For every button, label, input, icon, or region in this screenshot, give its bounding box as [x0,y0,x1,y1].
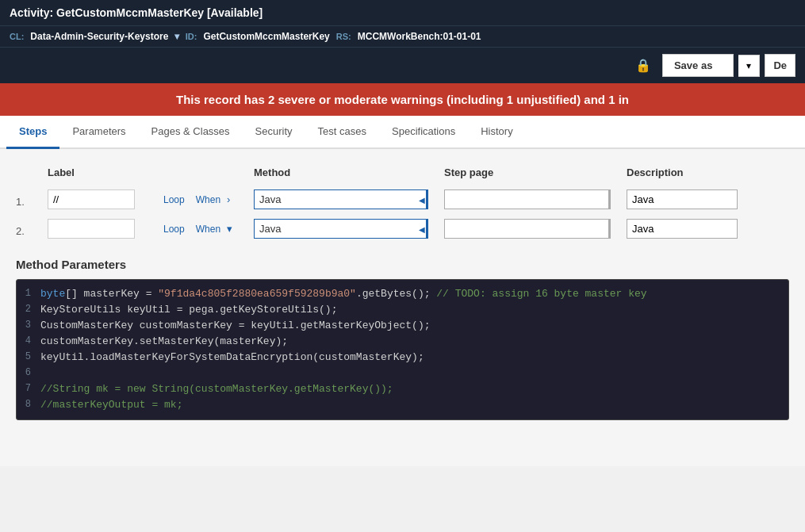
code-line: 4customMasterKey.setMasterKey(masterKey)… [17,334,788,350]
line-number: 6 [17,366,40,378]
code-line: 8//masterKeyOutput = mk; [17,397,788,413]
code-line: 1byte[] masterKey = "9f1da4c805f2880ea65… [17,286,788,302]
rs-value: MCCMWorkBench:01-01-01 [358,31,481,42]
code-line: 5keyUtil.loadMasterKeyForSystemDataEncry… [17,350,788,366]
description-cell-1 [627,189,789,209]
method-select-wrapper-1: Java [254,189,428,209]
method-cell-2: Java [254,219,444,239]
col-description: Description [627,166,789,178]
tab-security[interactable]: Security [243,116,305,149]
code-text: byte[] masterKey = "9f1da4c805f2880ea659… [40,286,647,300]
tab-steps[interactable]: Steps [6,116,59,149]
code-line: 6 [17,366,788,381]
method-params-title: Method Parameters [16,258,789,271]
code-line: 7//String mk = new String(customMasterKe… [17,381,788,397]
step-loop-when-1: Loop When › [159,193,254,205]
line-number: 8 [17,397,40,410]
line-number: 3 [17,318,40,331]
col-loop-when [159,166,254,178]
step-label-cell-1 [48,189,159,209]
description-input-1[interactable] [627,189,738,209]
method-select-2[interactable]: Java [254,219,428,239]
title-bar: Activity: GetCustomMccmMasterKey [Availa… [0,0,805,25]
col-num [16,166,48,178]
method-select-1[interactable]: Java [254,189,428,209]
cl-dropdown-icon[interactable]: ▾ [174,31,179,42]
warning-banner: This record has 2 severe or moderate war… [0,83,805,116]
expand-icon-1[interactable]: › [227,193,230,205]
tab-history[interactable]: History [468,116,525,149]
tab-test-cases[interactable]: Test cases [305,116,379,149]
col-label: Label [48,166,159,178]
step-page-input-1[interactable] [444,189,611,209]
when-link-1[interactable]: When [196,194,220,205]
lock-icon: 🔒 [635,58,651,73]
line-number: 4 [17,334,40,346]
when-link-2[interactable]: When [196,224,220,235]
step-loop-when-2: Loop When ▾ [159,223,254,235]
code-text: customMasterKey.setMasterKey(masterKey); [40,334,288,347]
line-number: 2 [17,302,40,315]
cl-value: Data-Admin-Security-Keystore ▾ [30,31,178,42]
id-value: GetCustomMccmMasterKey [203,31,329,42]
line-number: 1 [17,286,40,299]
steps-table-header: Label Method Step page Description [16,162,789,183]
step-page-cell-1 [444,189,627,209]
col-method: Method [254,166,444,178]
de-button[interactable]: De [765,54,795,77]
code-text: //masterKeyOutput = mk; [40,397,182,411]
id-label: ID: [186,32,197,41]
col-step-page: Step page [444,166,627,178]
rs-label: RS: [336,32,351,41]
tabs-bar: StepsParametersPages & ClassesSecurityTe… [0,116,805,149]
method-select-wrapper-2: Java [254,219,428,239]
step-page-cell-2 [444,219,627,239]
table-row: 1. Loop When › Java [16,186,789,212]
main-content: Label Method Step page Description 1. Lo… [0,149,805,466]
save-as-label: Save as [674,59,722,71]
expand-icon-2[interactable]: ▾ [227,223,232,235]
method-cell-1: Java [254,189,444,209]
code-text: keyUtil.loadMasterKeyForSystemDataEncryp… [40,350,424,363]
table-row: 2. Loop When ▾ Java [16,216,789,242]
code-line: 3CustomMasterKey customMasterKey = keyUt… [17,318,788,334]
description-input-2[interactable] [627,219,738,239]
step-label-input-2[interactable] [48,219,135,239]
save-as-dropdown-button[interactable]: ▾ [738,55,760,77]
tab-parameters[interactable]: Parameters [59,116,138,149]
cl-label: CL: [10,32,24,41]
loop-link-1[interactable]: Loop [163,194,185,205]
step-label-cell-2 [48,219,159,239]
code-editor[interactable]: 1byte[] masterKey = "9f1da4c805f2880ea65… [16,279,789,420]
tab-specifications[interactable]: Specifications [379,116,468,149]
save-as-button[interactable]: Save as [662,54,734,77]
code-text: //String mk = new String(customMasterKey… [40,381,393,395]
step-label-input-1[interactable] [48,189,135,209]
step-number-1: 1. [16,191,48,208]
app-title: Activity: GetCustomMccmMasterKey [Availa… [10,6,263,19]
toolbar: 🔒 Save as ▾ De [0,47,805,83]
code-line: 2KeyStoreUtils keyUtil = pega.getKeyStor… [17,302,788,318]
code-text: KeyStoreUtils keyUtil = pega.getKeyStore… [40,302,337,316]
line-number: 5 [17,350,40,362]
step-number-2: 2. [16,220,48,237]
tab-pages-classes[interactable]: Pages & Classes [139,116,243,149]
line-number: 7 [17,381,40,394]
description-cell-2 [627,219,789,239]
step-page-input-2[interactable] [444,219,611,239]
breadcrumb-bar: CL: Data-Admin-Security-Keystore ▾ ID: G… [0,25,805,47]
code-text: CustomMasterKey customMasterKey = keyUti… [40,318,430,331]
loop-link-2[interactable]: Loop [163,224,185,235]
